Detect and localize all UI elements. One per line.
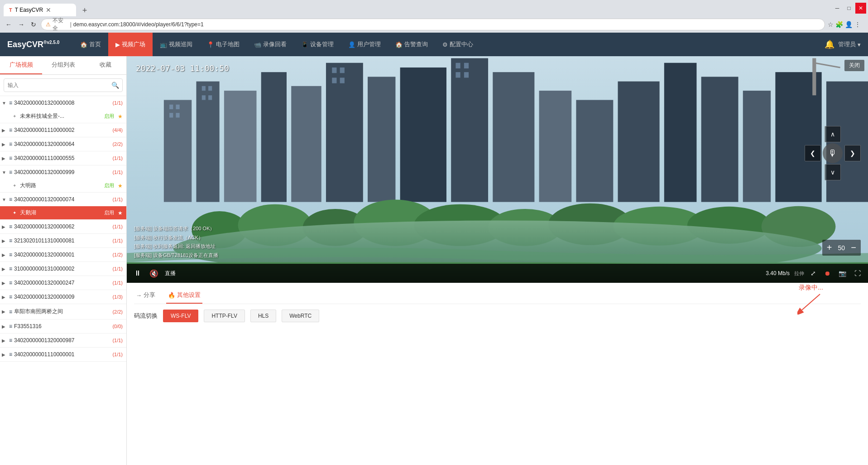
device-group-header[interactable]: ▶ ≡ 31000000001310000002 (1/1) [0,262,126,276]
device-name-label: 天鹅湖 [20,209,102,217]
tab-favorites[interactable]: 收藏 [84,56,126,74]
zoom-out-button[interactable]: − [851,242,856,253]
device-group: ▶ ≡ F33551316 (0/0) [0,320,126,334]
star-icon[interactable]: ★ [118,113,123,120]
tab-close-button[interactable]: ✕ [46,6,51,14]
http-flv-button[interactable]: HTTP-FLV [204,310,245,322]
group-name-label: 阜阳市南照两桥之间 [14,308,110,315]
device-group-header[interactable]: ▶ ≡ F33551316 (0/0) [0,320,126,333]
bookmark-icon[interactable]: ☆ [828,21,834,28]
group-count-badge: (1/3) [112,294,123,300]
device-group-header[interactable]: ▶ ≡ 34020000001320000001 (1/2) [0,248,126,262]
nav-video-square[interactable]: ▶ 视频广场 [108,33,153,56]
device-group: ▶ ≡ 34020000001320000062 (1/1) [0,220,126,234]
list-item[interactable]: ✦ 大明路 启用 ★ [0,179,126,192]
tab-title: T EasyCVR [15,7,43,13]
device-group-header[interactable]: ▶ ≡ 34020000001320000064 (2/2) [0,137,126,151]
stretch-button[interactable]: ⤢ [809,268,818,279]
security-warning-icon: ⚠ [46,21,51,28]
svg-rect-22 [176,113,179,117]
fullscreen-button[interactable]: ⛶ [853,268,863,279]
star-icon[interactable]: ★ [118,210,123,216]
screenshot-button[interactable]: 📷 [837,268,848,279]
device-group-header[interactable]: ▶ ≡ 34020000001110000001 (1/1) [0,348,126,361]
svg-rect-31 [456,63,460,68]
group-count-badge: (0/0) [112,324,123,329]
nav-alerts[interactable]: 🏠 告警查询 [388,33,435,56]
action-tabs: → 分享 🔥 其他设置 [134,288,861,304]
tab-share[interactable]: → 分享 [134,288,157,304]
group-name-label: 34020000001110000555 [14,155,110,161]
device-group-header[interactable]: ▶ ≡ 34020000001320000062 (1/1) [0,220,126,233]
search-icon[interactable]: 🔍 [111,82,119,89]
svg-rect-34 [464,72,469,78]
extensions-icon[interactable]: 🧩 [835,21,843,28]
nav-map[interactable]: 📍 电子地图 [200,33,247,56]
nav-config[interactable]: ⚙ 配置中心 [435,33,480,56]
nav-video-tour[interactable]: 📺 视频巡阅 [153,33,200,56]
svg-rect-25 [202,95,206,100]
device-group-header[interactable]: ▼ ≡ 34020000001320000999 (1/1) [0,165,126,179]
tab-group-list[interactable]: 分组列表 [42,56,84,74]
device-group-header[interactable]: ▶ ≡ 34020000001110000555 (1/1) [0,151,126,165]
pause-button[interactable]: ⏸ [132,267,143,279]
user-menu[interactable]: 管理员 ▾ [838,40,861,48]
ptz-right-button[interactable]: ❯ [844,145,861,161]
device-group-header[interactable]: ▼ ≡ 34020000001320000074 (1/1) [0,193,126,206]
ptz-center-button[interactable]: 🎙 [823,143,843,163]
nav-map-label: 电子地图 [216,40,240,48]
device-group: ▶ ≡ 34020000001110000002 (4/4) [0,123,126,137]
ws-flv-button[interactable]: WS-FLV [163,310,198,322]
maximize-button[interactable]: □ [844,3,854,14]
expand-arrow-icon: ▼ [2,101,7,106]
search-input[interactable] [4,78,123,92]
nav-device-mgmt[interactable]: 📱 设备管理 [294,33,341,56]
ptz-down-button[interactable]: ∨ [825,164,841,180]
device-group-header[interactable]: ▶ ≡ 34020000001320000247 (1/1) [0,276,126,290]
star-icon[interactable]: ★ [118,183,123,189]
list-item[interactable]: ✦ 天鹅湖 启用 ★ [0,206,126,219]
device-group-header[interactable]: ▶ ≡ 32130201011310000081 (1/1) [0,234,126,247]
browser-tab[interactable]: T T EasyCVR ✕ [4,4,76,16]
nav-user-mgmt[interactable]: 👤 用户管理 [341,33,388,56]
expand-arrow-icon: ▶ [2,266,7,271]
status-message-4: [服务端] 设备GB/T28181设备正在直播 [134,251,218,260]
device-group-header[interactable]: ▶ ≡ 34020000001320000009 (1/3) [0,290,126,304]
address-input[interactable] [73,21,820,28]
tab-plaza-video[interactable]: 广场视频 [0,56,42,74]
device-group-header[interactable]: ▶ ≡ 34020000001320000987 (1/1) [0,334,126,347]
video-controls-bar: ⏸ 🔇 直播 3.40 Mb/s 拉伸 ⤢ ⏺ 📷 [127,264,868,283]
expand-arrow-icon: ▶ [2,281,7,286]
webrtc-button[interactable]: WebRTC [282,310,319,322]
menu-icon[interactable]: ⋮ [854,21,861,28]
notification-bell-icon[interactable]: 🔔 [825,39,834,49]
device-group-header[interactable]: ▼ ≡ 34020000001320000008 (1/1) [0,96,126,110]
record-button[interactable]: ⏺ [822,268,832,279]
refresh-button[interactable]: ↻ [29,20,38,29]
tab-other-settings[interactable]: 🔥 其他设置 [166,288,202,304]
nav-playback[interactable]: 📹 录像回看 [247,33,294,56]
ptz-left-button[interactable]: ❮ [805,145,821,161]
zoom-in-button[interactable]: + [827,242,832,253]
hls-button[interactable]: HLS [250,310,276,322]
group-count-badge: (1/1) [112,170,123,175]
svg-rect-8 [400,68,446,202]
device-name-label: 未来科技城全景-... [20,112,102,120]
mute-button[interactable]: 🔇 [148,267,160,280]
group-name-label: 32130201011310000081 [14,237,110,244]
nav-home[interactable]: 🏠 首页 [73,33,108,56]
svg-rect-2 [196,82,219,202]
group-name-label: 34020000001320000999 [14,169,110,175]
back-button[interactable]: ← [4,20,14,29]
new-tab-button[interactable]: + [79,5,91,16]
close-video-button[interactable]: 关闭 [844,60,864,71]
list-item[interactable]: ✦ 未来科技城全景-... 启用 ★ [0,110,126,123]
device-group-header[interactable]: ▶ ≡ 阜阳市南照两桥之间 (2/2) [0,304,126,319]
close-window-button[interactable]: ✕ [855,3,866,14]
device-group-header[interactable]: ▶ ≡ 34020000001110000002 (4/4) [0,123,126,137]
minimize-button[interactable]: ─ [832,3,843,14]
forward-button[interactable]: → [16,20,26,29]
device-group: ▶ ≡ 34020000001320000001 (1/2) [0,248,126,262]
profile-icon[interactable]: 👤 [845,21,853,28]
ptz-up-button[interactable]: ∧ [825,126,841,142]
